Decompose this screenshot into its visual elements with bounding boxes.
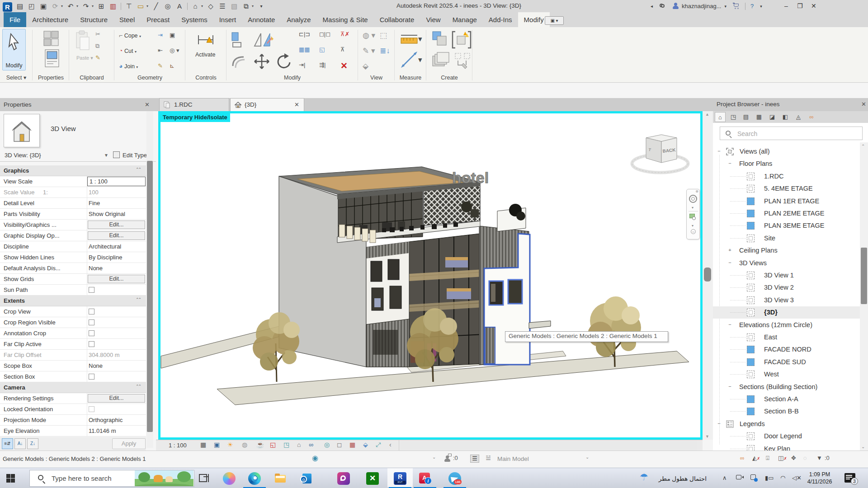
ribbon-tab-view[interactable]: View	[420, 12, 446, 27]
tree-item-label[interactable]: 1.RDC	[764, 173, 784, 180]
properties-palette-icon[interactable]	[42, 30, 60, 47]
undo-icon[interactable]: ↶	[65, 0, 76, 12]
property-checkbox[interactable]	[89, 330, 94, 336]
property-checkbox[interactable]	[89, 287, 94, 293]
unjoin-icon[interactable]: ◎ ▾	[170, 47, 179, 54]
tree-item-legends[interactable]: −Legends	[713, 418, 860, 430]
tree-item-label[interactable]: PLAN 3EME ETAGE	[764, 222, 825, 229]
tree-item-3d-views[interactable]: −3D Views	[713, 257, 860, 269]
create-parts-icon[interactable]	[453, 52, 472, 70]
tray-camera-icon[interactable]	[736, 474, 744, 481]
tree-item-plan-1er-etage[interactable]: PLAN 1ER ETAGE	[713, 195, 860, 207]
view-tab-1rdc[interactable]: 1.RDC	[159, 98, 229, 111]
measure-dropdown[interactable]: ▾	[418, 34, 422, 44]
edit-type-button[interactable]: Edit Type	[123, 152, 147, 159]
ribbon-minimize-toggle[interactable]: ▣ ▾	[545, 16, 564, 25]
ribbon-panel-label[interactable]: View	[358, 75, 395, 81]
taskbar-app-copilot[interactable]	[223, 472, 236, 485]
file-properties-icon[interactable]: ▤	[14, 0, 26, 12]
properties-close-icon[interactable]: ✕	[145, 101, 150, 108]
filter-icon[interactable]: ▼	[816, 455, 822, 461]
tree-item-plan-3eme-etage[interactable]: PLAN 3EME ETAGE	[713, 220, 860, 232]
project-browser-scrollbar[interactable]: ⌃ ⌄	[860, 142, 868, 450]
tree-item-section-a-a[interactable]: Section A-A	[713, 393, 860, 405]
property-section-camera[interactable]: Camera⌃⌃	[0, 382, 146, 393]
battery-icon[interactable]: ▮▭	[765, 474, 774, 481]
search-icon[interactable]	[659, 3, 666, 10]
tree-expander[interactable]: −	[727, 161, 732, 166]
hidden-lines-bulb-icon[interactable]: ◍ ▾	[363, 31, 375, 40]
sort-default-button[interactable]: ≡⇵	[2, 438, 13, 449]
tree-item-3d-view-3[interactable]: 3D View 3	[713, 294, 860, 306]
tree-item-label[interactable]: FACADE NORD	[764, 346, 811, 353]
restore-button[interactable]: ❐	[794, 2, 806, 9]
property-value[interactable]: 100	[89, 189, 99, 196]
tree-item-label[interactable]: Door Legend	[764, 432, 802, 440]
create-group-icon[interactable]	[431, 30, 451, 50]
project-browser-close-icon[interactable]: ✕	[861, 101, 866, 108]
scale-icon2[interactable]: ▦	[200, 441, 206, 448]
redo-icon[interactable]: ↷	[80, 0, 92, 12]
join-button[interactable]: ◕ Join ▾	[119, 62, 138, 70]
notification-center-icon[interactable]: 3	[844, 473, 855, 483]
tree-item-label[interactable]: PLAN 1ER ETAGE	[764, 197, 819, 205]
paint-icon[interactable]: ✎	[158, 62, 163, 69]
tree-item-facade-sud[interactable]: FACADE SUD	[713, 356, 860, 368]
exclude-options-icon[interactable]: ◭✗	[752, 455, 760, 461]
taskbar-app-file-explorer[interactable]	[274, 472, 287, 485]
property-checkbox[interactable]	[89, 309, 94, 314]
tree-item-ceiling-plans[interactable]: +Ceiling Plans	[713, 244, 860, 257]
navbar-collapse-icon[interactable]: –	[691, 229, 696, 234]
constraints-icon[interactable]: ⤢	[376, 441, 381, 449]
ribbon-tab-precast[interactable]: Precast	[141, 12, 175, 27]
back-arrow-icon[interactable]: ◂	[651, 4, 653, 9]
ribbon-tab-analyze[interactable]: Analyze	[281, 12, 316, 27]
link-icon[interactable]: ∞	[806, 112, 817, 122]
apply-button[interactable]: Apply	[112, 438, 146, 449]
sort-za-button[interactable]: Z↓	[27, 438, 38, 449]
tree-item-west[interactable]: West	[713, 368, 860, 380]
default-3d-view-icon[interactable]: ⌂	[189, 0, 201, 12]
create-assembly-icon[interactable]	[431, 52, 451, 70]
ribbon-tab-collaborate[interactable]: Collaborate	[374, 12, 420, 27]
ribbon-panel-label[interactable]: Clipboard	[69, 75, 114, 81]
search-highlight-image[interactable]	[135, 470, 193, 486]
offset-tool-icon[interactable]	[230, 52, 250, 70]
paste-icon[interactable]	[75, 30, 91, 52]
drag-elements-icon[interactable]: ✥	[791, 455, 796, 461]
revit-logo-icon[interactable]: R	[3, 2, 12, 12]
sun-path-icon[interactable]: ◍	[242, 441, 247, 448]
cutaway-icon[interactable]: ⬚	[380, 31, 387, 40]
tree-expander[interactable]: −	[717, 149, 722, 154]
ribbon-tab-structure[interactable]: Structure	[74, 12, 113, 27]
property-checkbox[interactable]	[89, 319, 94, 325]
property-checkbox[interactable]	[89, 406, 94, 412]
property-value-input[interactable]: 1 : 100	[87, 177, 146, 186]
demolish-icon[interactable]: ⊾	[170, 62, 175, 69]
taskbar-app-telegram[interactable]: 186	[448, 472, 461, 485]
ribbon-tab-annotate[interactable]: Annotate	[242, 12, 281, 27]
ribbon-panel-label[interactable]: Select ▾	[0, 74, 33, 81]
help-dropdown-icon[interactable]: ▾	[760, 4, 762, 9]
cut-icon[interactable]: ✂	[95, 31, 100, 38]
tree-item-label[interactable]: West	[764, 371, 779, 378]
reveal-hidden-icon[interactable]: ∞	[309, 441, 313, 448]
tree-item-label[interactable]: 3D View 2	[764, 284, 794, 291]
tree-expander[interactable]: −	[727, 260, 732, 265]
tree-item-5-4eme-etage[interactable]: 5. 4EME ETAGE	[713, 183, 860, 195]
zoom-filter-icon[interactable]: ◳	[728, 112, 739, 122]
tray-sync-icon[interactable]	[750, 474, 759, 482]
aligned-dimension-icon[interactable]	[400, 51, 418, 69]
tree-item-key-plan[interactable]: Key Plan	[713, 443, 860, 450]
tree-item-site[interactable]: Site	[713, 232, 860, 244]
ribbon-panel-label[interactable]: Properties	[33, 75, 69, 81]
navigation-bar[interactable]: ⊗ ▾ ▾ –	[686, 189, 700, 239]
cut-geometry-button[interactable]: ◔ Cut ▾	[119, 47, 137, 54]
edit-button[interactable]: Edit...	[88, 231, 145, 240]
worksets-icon[interactable]: ☰	[470, 455, 479, 463]
save-icon[interactable]: ▣	[38, 0, 49, 12]
scale-icon[interactable]: ◱	[319, 46, 325, 53]
modify-tool-button[interactable]: Modify	[2, 29, 26, 70]
design-option-dropdown[interactable]: ⌄	[585, 455, 589, 460]
ribbon-tab-systems[interactable]: Systems	[175, 12, 213, 27]
